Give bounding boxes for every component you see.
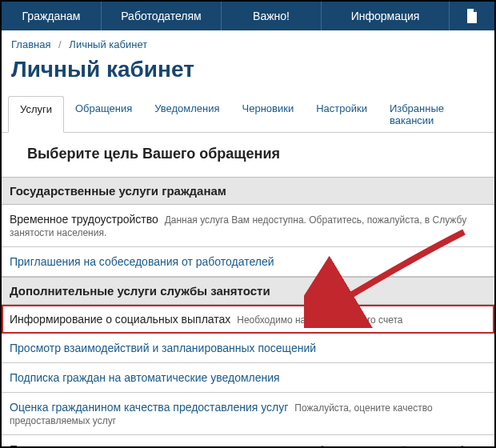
- row-label: Предоставление документов: [10, 443, 160, 448]
- document-icon: [466, 9, 478, 23]
- breadcrumb-separator: /: [58, 38, 62, 50]
- row-label: Приглашения на собеседования от работода…: [10, 255, 274, 268]
- row-provide-documents[interactable]: Предоставление документов Данная услуга …: [2, 435, 494, 448]
- tabs: Услуги Обращения Уведомления Черновики Н…: [2, 95, 494, 133]
- breadcrumb: Главная / Личный кабинет: [2, 30, 494, 54]
- row-auto-notifications[interactable]: Подписка граждан на автоматические уведо…: [2, 363, 494, 393]
- nav-document-icon-button[interactable]: [450, 2, 494, 30]
- top-nav: Гражданам Работодателям Важно! Информаци…: [2, 2, 494, 30]
- section-head-extra-services: Дополнительные услуги службы занятости: [2, 277, 494, 305]
- row-temp-employment[interactable]: Временное трудоустройство Данная услуга …: [2, 205, 494, 247]
- nav-employers[interactable]: Работодателям: [102, 2, 222, 30]
- row-interview-invites[interactable]: Приглашения на собеседования от работода…: [2, 247, 494, 277]
- tab-drafts[interactable]: Черновики: [231, 96, 306, 133]
- tab-notifications[interactable]: Уведомления: [143, 96, 230, 133]
- row-label: Подписка граждан на автоматические уведо…: [10, 371, 280, 384]
- breadcrumb-home[interactable]: Главная: [11, 38, 50, 50]
- tab-settings[interactable]: Настройки: [305, 96, 378, 133]
- section-head-gov-services: Государственные услуги гражданам: [2, 177, 494, 205]
- tab-services[interactable]: Услуги: [8, 96, 64, 133]
- row-label: Оценка гражданином качества предоставлен…: [10, 401, 288, 414]
- row-label: Информирование о социальных выплатах: [10, 313, 230, 326]
- section-extra-services-list: Информирование о социальных выплатах Нео…: [2, 305, 494, 448]
- tab-appeals[interactable]: Обращения: [64, 96, 143, 133]
- row-label: Просмотр взаимодействий и запланированны…: [10, 342, 316, 354]
- row-interactions-visits[interactable]: Просмотр взаимодействий и запланированны…: [2, 334, 494, 363]
- row-note: Необходимо наличие лицевого счета: [237, 314, 402, 326]
- row-social-payments-info[interactable]: Информирование о социальных выплатах Нео…: [2, 305, 494, 334]
- nav-important[interactable]: Важно!: [222, 2, 322, 30]
- page-title: Личный кабинет: [2, 54, 494, 95]
- tab-favorites[interactable]: Избранные вакансии: [378, 96, 494, 133]
- breadcrumb-current: Личный кабинет: [69, 38, 147, 50]
- prompt-heading: Выберите цель Вашего обращения: [2, 133, 494, 177]
- nav-citizens[interactable]: Гражданам: [2, 2, 102, 30]
- row-quality-assessment[interactable]: Оценка гражданином качества предоставлен…: [2, 393, 494, 435]
- section-gov-services-list: Временное трудоустройство Данная услуга …: [2, 205, 494, 277]
- row-label: Временное трудоустройство: [10, 213, 158, 226]
- nav-information[interactable]: Информация: [322, 2, 450, 30]
